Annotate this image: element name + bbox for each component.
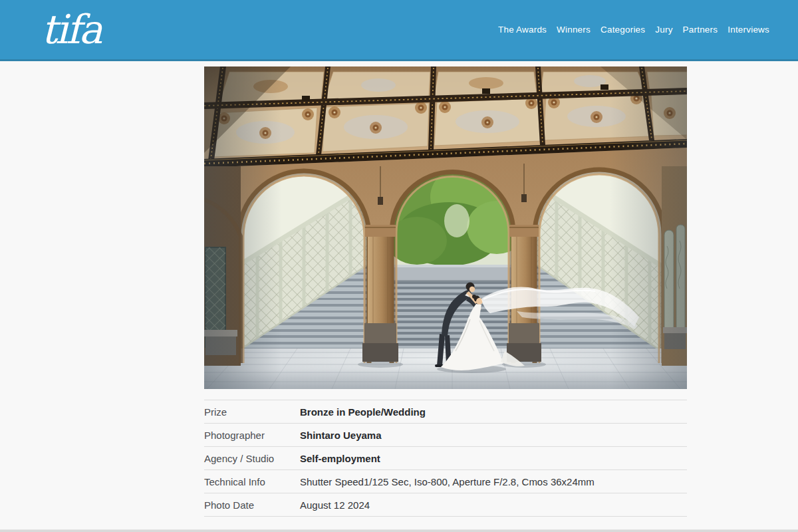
main-nav: The Awards Winners Categories Jury Partn… (498, 0, 769, 59)
nav-partners[interactable]: Partners (683, 25, 718, 35)
site-header: tifa The Awards Winners Categories Jury … (0, 0, 798, 61)
detail-value: Bronze in People/Wedding (300, 406, 426, 418)
detail-value: Shutter Speed1/125 Sec, Iso-800, Apertur… (300, 476, 595, 487)
detail-value: Self-employment (300, 453, 380, 464)
detail-value: Shintaro Ueyama (300, 430, 382, 441)
tifa-logo[interactable]: tifa (41, 0, 100, 60)
detail-row-agency: Agency / Studio Self-employment (204, 447, 687, 470)
photo-details-table: Prize Bronze in People/Wedding Photograp… (204, 400, 687, 517)
nav-interviews[interactable]: Interviews (728, 25, 769, 35)
detail-row-photographer: Photographer Shintaro Ueyama (204, 424, 687, 447)
nav-categories[interactable]: Categories (600, 25, 645, 35)
footer-divider (0, 529, 798, 532)
detail-value: August 12 2024 (300, 499, 370, 511)
detail-label: Agency / Studio (204, 453, 300, 464)
detail-row-photo-date: Photo Date August 12 2024 (204, 493, 687, 517)
nav-jury[interactable]: Jury (655, 25, 672, 35)
detail-row-technical-info: Technical Info Shutter Speed1/125 Sec, I… (204, 470, 687, 493)
nav-winners[interactable]: Winners (557, 25, 591, 35)
detail-label: Prize (204, 406, 300, 418)
detail-label: Photo Date (204, 499, 300, 511)
detail-label: Technical Info (204, 476, 300, 487)
detail-row-prize: Prize Bronze in People/Wedding (204, 400, 687, 424)
detail-label: Photographer (204, 430, 300, 441)
winning-photo[interactable] (204, 66, 687, 389)
nav-the-awards[interactable]: The Awards (498, 25, 547, 35)
photo-vignette (204, 66, 687, 389)
